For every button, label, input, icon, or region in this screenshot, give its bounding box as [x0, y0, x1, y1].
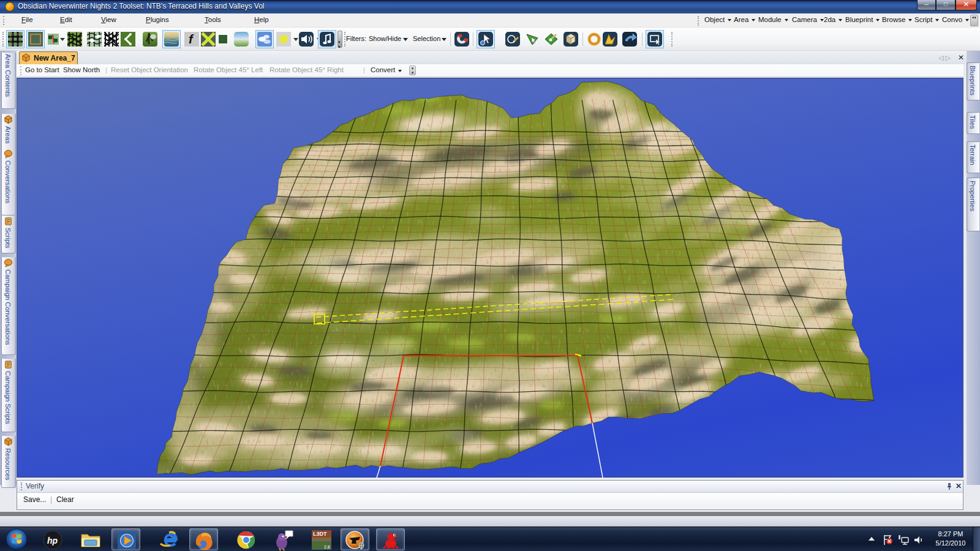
svg-text:hp: hp — [47, 536, 58, 545]
svg-text:2.8: 2.8 — [324, 545, 330, 549]
svg-text:L3DT: L3DT — [313, 531, 327, 537]
